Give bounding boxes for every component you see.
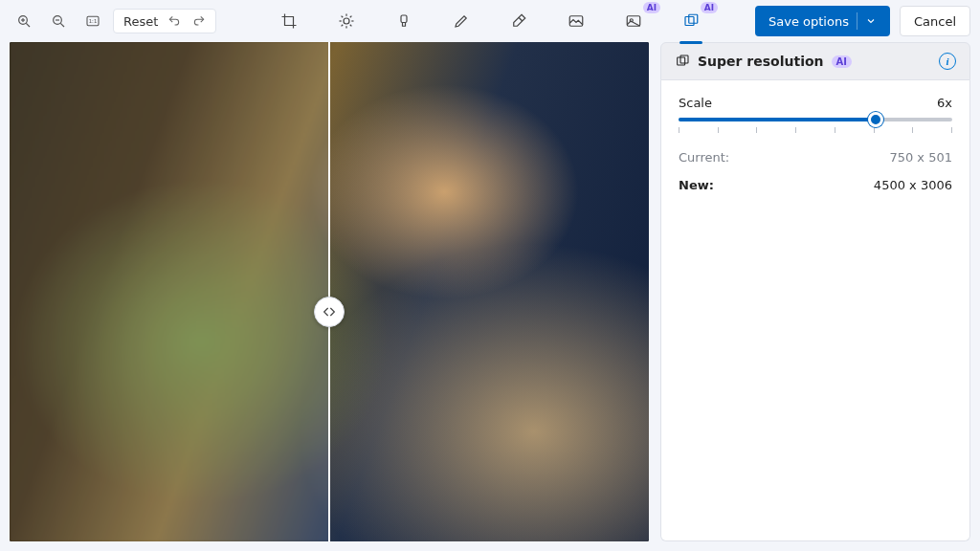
slider-fill: [679, 118, 876, 121]
svg-rect-26: [680, 55, 688, 63]
svg-rect-23: [685, 17, 694, 26]
svg-line-14: [342, 16, 344, 18]
generative-ai-icon[interactable]: AI: [620, 8, 647, 34]
main-area: Super resolution AI i Scale 6x Current: …: [0, 42, 980, 551]
reset-button[interactable]: Reset: [113, 9, 216, 33]
chevron-down-icon: [865, 15, 877, 27]
new-value: 4500 x 3006: [874, 178, 952, 192]
toolbar-right-group: Save options Cancel: [755, 6, 970, 36]
slider-ticks: [679, 127, 952, 133]
zoom-in-icon[interactable]: [10, 7, 38, 35]
svg-line-16: [342, 25, 344, 27]
info-icon[interactable]: i: [939, 53, 956, 70]
current-value: 750 x 501: [889, 150, 952, 165]
cancel-label: Cancel: [914, 14, 956, 29]
scale-value: 6x: [937, 96, 952, 110]
toolbar-left-group: 1:1 Reset: [10, 7, 216, 35]
svg-line-19: [519, 17, 523, 21]
svg-line-15: [350, 25, 352, 27]
panel-ai-badge: AI: [832, 55, 852, 68]
background-icon[interactable]: [563, 8, 590, 34]
comparison-handle[interactable]: [314, 297, 345, 327]
scale-label: Scale: [679, 96, 712, 110]
side-panel: Super resolution AI i Scale 6x Current: …: [660, 42, 970, 541]
svg-line-5: [60, 23, 64, 27]
svg-rect-25: [678, 57, 685, 65]
top-toolbar: 1:1 Reset: [0, 0, 980, 42]
save-options-label: Save options: [768, 14, 849, 29]
ai-badge: AI: [643, 2, 660, 13]
svg-line-1: [26, 23, 30, 27]
svg-rect-24: [689, 14, 698, 23]
filter-icon[interactable]: [390, 8, 417, 34]
undo-icon[interactable]: [166, 12, 183, 30]
panel-header: Super resolution AI i: [660, 42, 970, 80]
panel-title: Super resolution: [698, 54, 824, 69]
panel-icon: [675, 54, 690, 69]
svg-text:1:1: 1:1: [89, 18, 98, 24]
adjust-icon[interactable]: [333, 8, 360, 34]
erase-icon[interactable]: [505, 8, 532, 34]
panel-body: Scale 6x Current: 750 x 501 New: 4500 x …: [660, 80, 970, 541]
scale-row: Scale 6x: [679, 96, 952, 110]
toolbar-center-group: AI AI: [276, 8, 704, 34]
cancel-button[interactable]: Cancel: [900, 6, 970, 36]
zoom-out-icon[interactable]: [44, 7, 73, 35]
reset-label: Reset: [123, 14, 158, 29]
new-size-row: New: 4500 x 3006: [679, 178, 952, 192]
crop-icon[interactable]: [276, 8, 302, 34]
comparison-divider: [328, 42, 330, 541]
scale-slider[interactable]: [679, 118, 952, 133]
super-resolution-tool-icon[interactable]: AI: [678, 8, 704, 34]
current-label: Current:: [679, 150, 729, 165]
svg-line-17: [350, 16, 352, 18]
new-label: New:: [679, 178, 714, 192]
fit-to-screen-icon[interactable]: 1:1: [78, 7, 107, 35]
save-options-button[interactable]: Save options: [755, 6, 890, 36]
markup-icon[interactable]: [448, 8, 475, 34]
current-size-row: Current: 750 x 501: [679, 150, 952, 165]
svg-point-9: [344, 18, 349, 24]
svg-rect-18: [401, 15, 407, 23]
ai-badge: AI: [701, 2, 718, 13]
redo-icon[interactable]: [190, 12, 208, 30]
image-canvas: [10, 42, 649, 541]
slider-thumb[interactable]: [868, 112, 883, 127]
